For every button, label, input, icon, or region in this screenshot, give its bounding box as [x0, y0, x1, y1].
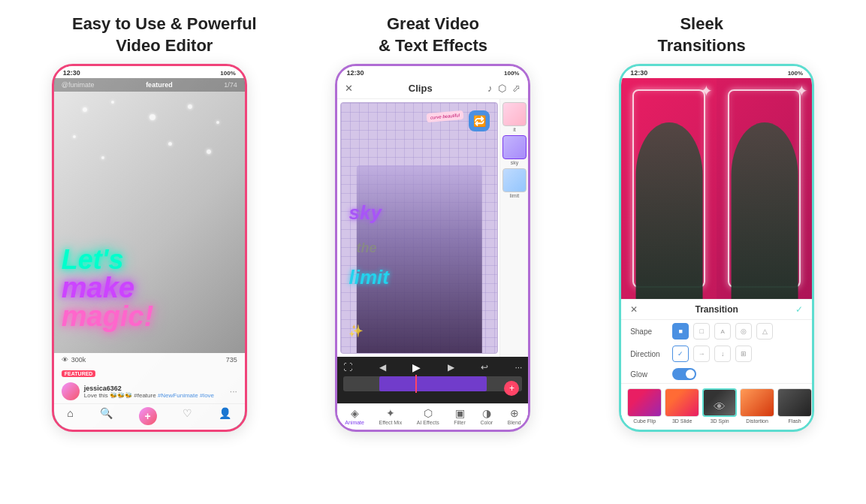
color-tab[interactable]: ◑ Color	[480, 407, 493, 425]
layers-icon[interactable]: ⬡	[498, 83, 506, 94]
timeline-playhead[interactable]	[415, 375, 417, 393]
ai-effects-label: AI Effects	[417, 420, 439, 425]
video-half-right: ✦	[717, 78, 812, 299]
header-title-1: Easy to Use & Powerful Video Editor	[72, 14, 257, 56]
the-text: the	[356, 240, 376, 256]
shape-option-5[interactable]: △	[756, 323, 773, 340]
glow-label: Glow	[630, 370, 668, 379]
username: jessica6362	[84, 385, 225, 392]
phone-3: 12:30 100% ✦ ✦	[619, 64, 814, 432]
shape-option-2[interactable]: □	[693, 323, 710, 340]
sidebar-thumb-3[interactable]	[502, 168, 527, 192]
sidebar-thumb-label-2: sky	[511, 160, 519, 165]
transition-thumbnails: Cube Flip 3D Slide 👁	[621, 383, 812, 428]
glow-toggle-dot	[686, 370, 695, 379]
thumb-label-distortion: Distortion	[746, 418, 768, 424]
animate-tab[interactable]: ◈ Animate	[345, 407, 364, 425]
user-info: jessica6362 Love this 🐝🐝🐝 #feature #NewF…	[84, 385, 225, 399]
profile-tab-icon[interactable]: 👤	[219, 407, 231, 425]
add-tab-button[interactable]: +	[139, 407, 157, 425]
timeline-area: ⛶ ◀ ▶ ▶ ↩ ··· +	[337, 357, 528, 403]
feed-stats: 👁 300k 735	[54, 353, 245, 365]
user-caption: Love this 🐝🐝🐝 #feature #NewFunimate #lov…	[84, 392, 225, 399]
shape-option-1[interactable]: ■	[672, 323, 689, 340]
add-clip-button[interactable]: +	[504, 381, 519, 396]
direction-option-2[interactable]: →	[693, 346, 710, 362]
toolbar-icons: ♪ ⬡ ⬀	[487, 83, 521, 94]
timeline-track-container: +	[343, 376, 522, 399]
home-tab-icon[interactable]: ⌂	[67, 407, 73, 425]
timeline-play-icon[interactable]: ▶	[412, 361, 421, 373]
transition-confirm-button[interactable]: ✓	[795, 304, 803, 315]
sidebar-thumb-label-3: limit	[510, 193, 519, 198]
direction-option-1[interactable]: ✓	[672, 346, 689, 362]
editor-bottom-tabs: ◈ Animate ✦ Effect Mix ⬡ AI Effects ▣ Fi…	[337, 403, 528, 428]
limit-text: limit	[349, 266, 388, 289]
heart-tab-icon[interactable]: ♡	[183, 407, 192, 425]
feed-user: jessica6362 Love this 🐝🐝🐝 #feature #NewF…	[54, 380, 245, 403]
thumb-distortion[interactable]: Distortion	[740, 388, 774, 424]
thumb-3d-spin[interactable]: 👁 3D Spin	[702, 388, 737, 424]
transition-close-button[interactable]: ✕	[630, 304, 638, 315]
like-count: 735	[226, 356, 237, 364]
music-icon[interactable]: ♪	[487, 83, 493, 94]
thumb-label-3d-spin: 3D Spin	[711, 418, 729, 424]
eye-overlay-icon: 👁	[714, 400, 726, 414]
color-label: Color	[480, 420, 493, 425]
direction-option-3[interactable]: ↓	[714, 346, 731, 362]
sidebar-thumb-item-3[interactable]: limit	[502, 168, 527, 198]
direction-option-4[interactable]: ⊞	[735, 346, 752, 362]
sky-text: sky	[349, 203, 381, 222]
more-dots[interactable]: ···	[230, 386, 237, 397]
shape-option-3[interactable]: A	[714, 323, 731, 340]
shape-label: Shape	[630, 327, 668, 336]
header-title-3: Sleek Transitions	[658, 14, 746, 56]
glow-toggle[interactable]	[672, 368, 696, 380]
phone2-status-bar: 12:30 100%	[337, 66, 528, 78]
timeline-prev-icon[interactable]: ◀	[379, 362, 386, 373]
header: Easy to Use & Powerful Video Editor Grea…	[0, 0, 866, 64]
editor-toolbar: ✕ Clips ♪ ⬡ ⬀	[337, 78, 528, 99]
export-icon[interactable]: ⬀	[512, 83, 521, 94]
neon-magic: magic!	[62, 302, 153, 330]
color-icon: ◑	[482, 407, 491, 419]
effect-mix-icon: ✦	[386, 407, 395, 419]
featured-badge: FEATURED	[62, 370, 96, 377]
ai-effects-tab[interactable]: ⬡ AI Effects	[417, 407, 439, 425]
timeline-clip[interactable]	[379, 376, 487, 391]
feed-nav-featured: featured	[146, 81, 173, 89]
timeline-more-icon[interactable]: ···	[514, 362, 522, 373]
sidebar-thumb-item-1[interactable]: it	[502, 102, 527, 132]
eye-icon: 👁	[62, 356, 68, 364]
sidebar-thumb-1[interactable]	[502, 102, 527, 126]
timeline-expand-icon[interactable]: ⛶	[343, 362, 352, 373]
close-button[interactable]: ✕	[345, 83, 353, 94]
sidebar-thumb-2[interactable]	[502, 135, 527, 159]
blend-tab[interactable]: ⊕ Blend	[508, 407, 521, 425]
thumb-label-3d-slide: 3D Slide	[672, 418, 692, 424]
pink-sparkles-right: ✦	[795, 82, 808, 100]
thumb-3d-slide[interactable]: 3D Slide	[665, 388, 699, 424]
video-half-left: ✦	[621, 78, 717, 299]
neon-text-overlay: Let's make magic!	[62, 246, 153, 330]
thumb-flash[interactable]: Flash	[777, 388, 812, 424]
phone1-time: 12:30	[63, 69, 80, 77]
transition-panel: ✕ Transition ✓ Shape ■ □ A ◎ △	[621, 299, 812, 428]
effect-mix-tab[interactable]: ✦ Effect Mix	[379, 407, 403, 425]
shape-option-4[interactable]: ◎	[735, 323, 752, 340]
search-tab-icon[interactable]: 🔍	[100, 407, 113, 425]
filter-tab[interactable]: ▣ Filter	[454, 407, 466, 425]
canvas-sidebar: it sky limit	[499, 99, 528, 357]
timeline-track	[343, 376, 522, 391]
canvas-sticker[interactable]: 🔁	[469, 110, 490, 131]
timeline-next-icon[interactable]: ▶	[448, 362, 454, 373]
thumb-img-3d-spin: 👁	[702, 388, 737, 417]
thumb-img-3d-slide	[665, 388, 699, 417]
timeline-undo-icon[interactable]: ↩	[481, 362, 488, 373]
canvas-main[interactable]: curve beautiful 🔁 sky the limit ✨	[340, 102, 498, 354]
phone3-battery: 100%	[788, 70, 803, 77]
phone-2: 12:30 100% ✕ Clips ♪ ⬡ ⬀	[335, 64, 530, 432]
shape-row: Shape ■ □ A ◎ △	[621, 320, 812, 343]
thumb-cube-flip[interactable]: Cube Flip	[627, 388, 662, 424]
sidebar-thumb-item-2[interactable]: sky	[502, 135, 527, 165]
